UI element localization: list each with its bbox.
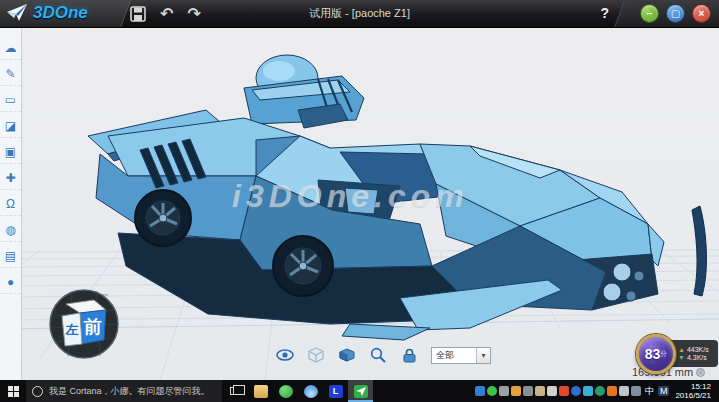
render-sphere-icon: ●: [7, 275, 14, 289]
sketch-brush-icon: ✎: [5, 67, 15, 81]
sidebar-item-edit-eraser[interactable]: ◪: [0, 112, 21, 138]
display-filter-value: 全部: [432, 349, 476, 362]
restore-button[interactable]: ▢: [666, 4, 685, 23]
security-score-ball[interactable]: 83 分: [636, 334, 676, 374]
sidebar-item-render[interactable]: ●: [0, 268, 21, 294]
upload-arrow-icon: ▲: [678, 346, 685, 353]
input-method-indicator[interactable]: 中: [643, 385, 656, 398]
viewcube-front-label[interactable]: 前: [83, 317, 102, 337]
window-title: 试用版 - [paoche Z1]: [0, 6, 719, 21]
sidebar-item-sketch-brush[interactable]: ✎: [0, 60, 21, 86]
lock-icon: [402, 348, 417, 363]
photo-icon[interactable]: [583, 386, 593, 396]
download-arrow-icon: ▼: [678, 354, 685, 361]
magnet-icon: Ω: [6, 197, 15, 211]
front-wheel: [273, 236, 333, 296]
m-tray-icon[interactable]: M: [658, 386, 670, 396]
view-mode-button[interactable]: [307, 346, 325, 364]
solid-display-button[interactable]: [338, 346, 356, 364]
show-hide-button[interactable]: [276, 346, 294, 364]
wave-browser-icon: [304, 385, 318, 398]
bluetooth-icon[interactable]: [475, 386, 485, 396]
sidebar-item-solid-primitives[interactable]: ☁: [0, 34, 21, 60]
magnifier-icon: [370, 347, 386, 363]
viewport-area[interactable]: i3DOne.com ☁ ✎ ▭ ◪ ▣ ✚ Ω ◍ ▤ ●: [0, 28, 719, 380]
right-edge-part[interactable]: [692, 206, 706, 296]
layers-icon: ▤: [5, 249, 16, 263]
sidebar-item-move[interactable]: ✚: [0, 164, 21, 190]
cortana-icon: [32, 386, 43, 397]
eye-icon: [276, 349, 294, 361]
display-icon[interactable]: [499, 386, 509, 396]
score-unit: 分: [660, 349, 667, 359]
windows-logo-icon: [8, 386, 19, 397]
folder-icon: [254, 385, 268, 398]
windows-taskbar: 我是 Cortana，小娜。有问题尽管问我。 L: [0, 380, 719, 402]
taskbar-clock[interactable]: 15:12 2016/5/21: [671, 382, 716, 400]
score-value: 83: [645, 346, 661, 362]
cortana-search-box[interactable]: 我是 Cortana，小娜。有问题尽管问我。: [26, 380, 222, 402]
sketch-plane-icon: ▭: [5, 93, 16, 107]
viewcube-left-label[interactable]: 左: [65, 322, 79, 337]
start-button[interactable]: [0, 380, 26, 402]
task-view-button[interactable]: [222, 380, 248, 402]
upload-speed: 443K/s: [687, 346, 709, 353]
sidebar-item-special-shape[interactable]: ◍: [0, 216, 21, 242]
globe-icon[interactable]: [595, 386, 605, 396]
monitor-chat-icon[interactable]: [631, 386, 641, 396]
green-ball-icon[interactable]: [487, 386, 497, 396]
view-cube[interactable]: 前 左: [48, 288, 120, 360]
taskbar-app-file-explorer[interactable]: [248, 380, 273, 402]
zoom-button[interactable]: [369, 346, 387, 364]
app-window: 3DOne ↶ ↷ 试用版 - [paoche Z1] ? − ▢ ×: [0, 0, 719, 402]
tool-sidebar: ☁ ✎ ▭ ◪ ▣ ✚ Ω ◍ ▤ ●: [0, 28, 22, 380]
view-toolbar: 全部 ▾: [276, 346, 491, 364]
chevron-down-icon: ▾: [476, 348, 490, 363]
clock-time: 15:12: [675, 382, 711, 391]
antivirus-ball-icon: [279, 385, 293, 398]
wire-cube-icon: [308, 347, 324, 363]
cortana-prompt: 我是 Cortana，小娜。有问题尽管问我。: [49, 385, 210, 398]
measure-target-icon: [696, 368, 705, 377]
close-button[interactable]: ×: [692, 4, 711, 23]
sidebar-item-feature-cube[interactable]: ▣: [0, 138, 21, 164]
taskbar-app-3done-active[interactable]: [348, 380, 373, 402]
globe-icon: ◍: [5, 223, 15, 237]
display-filter-dropdown[interactable]: 全部 ▾: [431, 347, 491, 364]
rear-wheel: [135, 190, 191, 246]
taskbar-app-antivirus[interactable]: [273, 380, 298, 402]
download-speed: 4.3K/s: [687, 354, 707, 361]
download-manager-icon[interactable]: [607, 386, 617, 396]
l-app-icon: L: [329, 385, 343, 398]
car-model-3d[interactable]: [88, 55, 664, 340]
sidebar-item-layers[interactable]: ▤: [0, 242, 21, 268]
taskbar-app-l[interactable]: L: [323, 380, 348, 402]
eraser-icon: ◪: [5, 119, 16, 133]
solid-block-icon: [339, 348, 355, 362]
sidebar-item-sketch-plane[interactable]: ▭: [0, 86, 21, 112]
task-view-icon: [230, 387, 240, 395]
taskbar-app-browser[interactable]: [298, 380, 323, 402]
notes-icon[interactable]: [619, 386, 629, 396]
solid-primitives-icon: ☁: [5, 41, 17, 55]
minimize-button[interactable]: −: [640, 4, 659, 23]
paper-plane-app-icon: [354, 385, 368, 398]
help-button[interactable]: ?: [600, 5, 609, 21]
security-shield-icon[interactable]: [511, 386, 521, 396]
title-bar: 3DOne ↶ ↷ 试用版 - [paoche Z1] ? − ▢ ×: [0, 0, 719, 28]
camera-icon[interactable]: [535, 386, 545, 396]
flame-icon[interactable]: [559, 386, 569, 396]
move-icon: ✚: [5, 171, 15, 185]
capture-tool-icon[interactable]: [523, 386, 533, 396]
system-tray: 中 M 15:12 2016/5/21: [475, 382, 719, 400]
clock-date: 2016/5/21: [675, 391, 711, 400]
volume-icon[interactable]: [547, 386, 557, 396]
sidebar-item-assembly[interactable]: Ω: [0, 190, 21, 216]
feature-cube-icon: ▣: [5, 145, 16, 159]
shell-cloud-icon[interactable]: [571, 386, 581, 396]
lock-view-button[interactable]: [400, 346, 418, 364]
pinned-apps: L: [248, 380, 373, 402]
